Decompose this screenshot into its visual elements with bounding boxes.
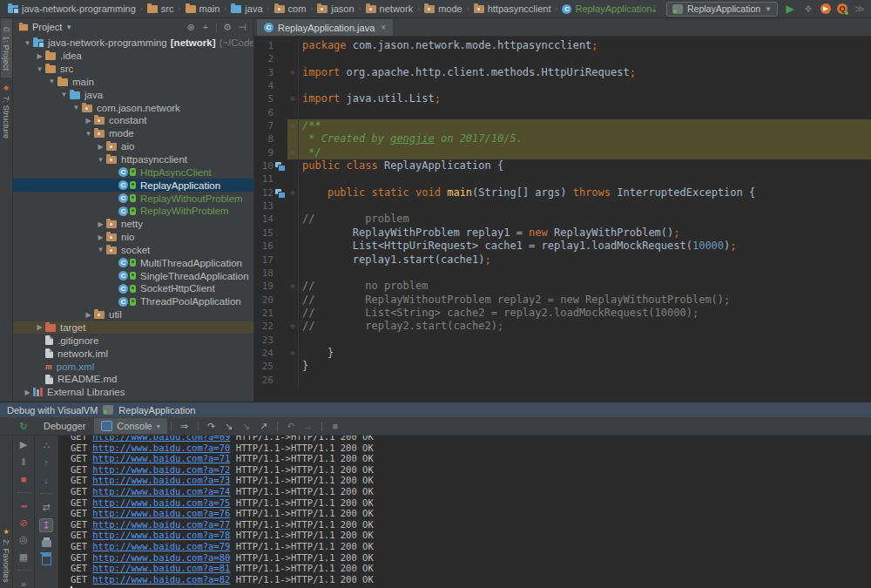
console-url-link[interactable]: http://www.baidu.com?a=80 (92, 552, 230, 563)
console-url-link[interactable]: http://www.baidu.com?a=81 (92, 563, 230, 573)
tree-chevron-icon[interactable]: ▼ (71, 104, 82, 112)
tree-chevron-icon[interactable]: ▶ (95, 220, 106, 228)
tree-item-httpasyncclient[interactable]: CHttpAsyncClient (13, 166, 253, 179)
clear-console-icon[interactable] (42, 554, 51, 565)
console-url-link[interactable]: http://www.baidu.com?a=77 (92, 519, 230, 530)
drop-frame-icon[interactable]: ↶ (285, 420, 297, 432)
tree-item-httpasyncclient[interactable]: ▼httpasyncclient (13, 153, 253, 166)
soft-wrap-icon[interactable]: ⇄ (40, 501, 52, 513)
tool-button-project[interactable]: 🗀 1: Project (1, 18, 12, 78)
tree-chevron-icon[interactable]: ▶ (22, 389, 33, 396)
project-panel-title[interactable]: Project (32, 22, 62, 32)
tree-chevron-icon[interactable]: ▼ (95, 246, 106, 253)
breadcrumb-java[interactable]: java (228, 3, 265, 14)
tree-chevron-icon[interactable]: ▼ (95, 156, 106, 164)
console-url-link[interactable]: http://www.baidu.com?a=76 (92, 508, 230, 518)
console-url-link[interactable]: http://www.baidu.com?a=79 (92, 541, 230, 551)
run-button[interactable]: ▶ (784, 3, 796, 15)
tree-item-multithreadapplication[interactable]: CMultiThreadApplication (13, 256, 253, 269)
more-icon[interactable]: » (17, 578, 30, 588)
fold-marker[interactable]: ⊖ (287, 146, 299, 159)
tree-chevron-icon[interactable]: ▼ (46, 78, 57, 85)
console-url-link[interactable]: http://www.baidu.com?a=82 (92, 574, 230, 585)
layout-icon[interactable]: ▦ (17, 551, 30, 564)
screenshot-icon[interactable]: ◎ (17, 534, 30, 546)
tree-chevron-icon[interactable]: ▶ (83, 311, 94, 319)
console-url-link[interactable]: http://www.baidu.com?a=73 (92, 475, 230, 485)
tree-item-sockethttpclient[interactable]: CSocketHttpClient (13, 282, 253, 295)
tree-item-idea[interactable]: ▶.idea (13, 50, 253, 63)
resume-icon[interactable]: ▶ (17, 439, 30, 451)
tab-debugger[interactable]: Debugger (37, 418, 92, 434)
tree-item-netty[interactable]: ▶netty (13, 218, 253, 231)
run-configuration-select[interactable]: ReplayApplication ▼ (666, 2, 778, 17)
tree-chevron-icon[interactable]: ▶ (95, 233, 106, 241)
breadcrumb-main[interactable]: main (183, 3, 223, 14)
tree-item-java[interactable]: ▼java (13, 88, 253, 101)
tree-chevron-icon[interactable]: ▼ (83, 130, 94, 138)
print-icon[interactable] (42, 540, 51, 547)
tree-chevron-icon[interactable]: ▶ (83, 117, 94, 125)
console-url-link[interactable]: http://www.baidu.com?a=78 (92, 530, 230, 540)
console-url-link[interactable]: http://www.baidu.com?a=71 (92, 453, 230, 463)
tree-item-singlethreadapplication[interactable]: CSingleThreadApplication (13, 269, 253, 282)
mute-breakpoints-icon[interactable]: ⊘ (17, 517, 30, 530)
tree-item-src[interactable]: ▼src (13, 63, 253, 76)
breadcrumb-java-network-programming[interactable]: java-network-programming (5, 3, 138, 14)
breadcrumb-jason[interactable]: jason (314, 3, 356, 14)
console-url-link[interactable]: http://www.baidu.com?a=75 (92, 497, 230, 508)
tree-item-constant[interactable]: ▶constant (13, 114, 253, 127)
rerun-button[interactable]: ↻ (17, 420, 30, 432)
run-to-cursor-icon[interactable]: → (302, 420, 314, 432)
tree-item-replayapplication[interactable]: CReplayApplication (13, 179, 253, 192)
tree-chevron-icon[interactable]: ▼ (34, 65, 45, 73)
down-icon[interactable]: ↓ (40, 474, 52, 486)
breadcrumb-replayapplication[interactable]: CReplayApplication (559, 3, 654, 14)
tree-item-replaywithproblem[interactable]: CReplayWithProblem (13, 205, 253, 218)
hotswap-icon[interactable]: ∴ (40, 439, 52, 451)
view-breakpoints-icon[interactable]: ●● (17, 500, 30, 512)
console-url-link[interactable]: http://www.baidu.com?a=72 (92, 464, 230, 475)
tool-button-structure[interactable]: ❖ 7: Structure (1, 78, 12, 145)
console-url-link[interactable]: http://www.baidu.com?a=74 (92, 486, 230, 497)
console-url-link[interactable]: http://www.baidu.com?a=70 (92, 443, 230, 453)
chevron-down-icon[interactable]: ▼ (65, 24, 72, 31)
console-url-link[interactable]: http://www.baidu.com?a=69 (92, 436, 230, 442)
tree-item-com-jason-network[interactable]: ▼com.jason.network (13, 101, 253, 114)
tree-item-network-iml[interactable]: network.iml (13, 347, 253, 360)
run-anything-icon[interactable]: ≫ (854, 3, 866, 15)
step-into-icon[interactable]: ↘ (223, 420, 235, 432)
tree-chevron-icon[interactable]: ▼ (58, 91, 70, 98)
up-icon[interactable]: ↑ (40, 456, 52, 469)
collapse-all-icon[interactable]: ⊗ (185, 21, 197, 33)
fold-marker[interactable]: ⊖ (287, 186, 299, 199)
tree-item-mode[interactable]: ▼mode (13, 127, 253, 140)
tree-item-target[interactable]: ▶target (13, 321, 253, 335)
tree-item-aio[interactable]: ▶aio (13, 140, 253, 153)
tree-item-readme-md[interactable]: README.md (13, 373, 253, 386)
fold-marker[interactable]: ⊖ (287, 320, 299, 333)
tree-item-util[interactable]: ▶util (13, 308, 253, 321)
fold-marker[interactable]: ⊖ (287, 347, 299, 360)
breadcrumb-httpasyncclient[interactable]: httpasyncclient (471, 3, 554, 14)
tree-item-replaywithoutproblem[interactable]: CReplayWithoutProblem (13, 192, 253, 205)
runnable-gutter-icon[interactable] (275, 162, 285, 170)
close-icon[interactable]: × (381, 23, 386, 32)
update-project-icon[interactable]: ⇣ (648, 3, 660, 15)
breadcrumb-src[interactable]: src (145, 3, 177, 14)
tree-item-gitignore[interactable]: .gitignore (13, 334, 253, 347)
gear-icon[interactable]: ⚙ (221, 21, 233, 33)
pause-icon[interactable]: ‖ (17, 456, 30, 469)
fold-marker[interactable]: ⊖ (287, 92, 299, 105)
force-step-into-icon[interactable]: ↘ (240, 420, 253, 432)
editor-tab-replayapplication[interactable]: C ReplayApplication.java × (257, 19, 393, 36)
tree-item-nio[interactable]: ▶nio (13, 231, 253, 244)
tree-chevron-icon[interactable]: ▼ (22, 39, 33, 47)
scroll-to-end-icon[interactable]: ↧ (39, 518, 53, 532)
tree-item-main[interactable]: ▼main (13, 76, 253, 89)
tree-item-socket[interactable]: ▼socket (13, 244, 253, 257)
tree-item-java-network-programming[interactable]: ▼java-network-programming[network](~/Cod… (13, 37, 253, 50)
breadcrumb-network[interactable]: network (363, 3, 416, 14)
code-editor[interactable]: 1package com.jason.network.mode.httpasyn… (254, 37, 871, 402)
show-execution-point-icon[interactable]: ⇒ (179, 420, 191, 432)
